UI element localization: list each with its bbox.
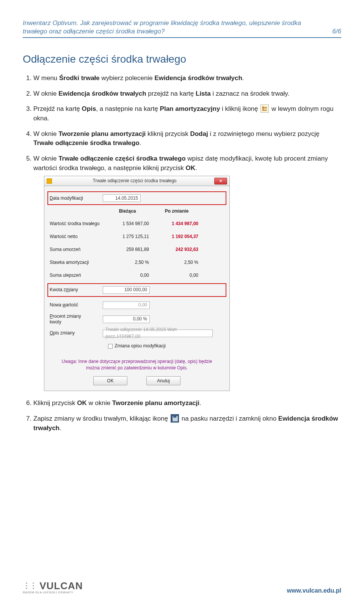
columns-header: Bieżąca Po zmianie <box>50 208 224 214</box>
dialog-body: Data modyfikacji 14.05.2015 Bieżąca Po z… <box>44 186 230 391</box>
step-5: W oknie Trwałe odłączenie części środka … <box>33 154 341 391</box>
date-input[interactable]: 14.05.2015 <box>103 194 141 202</box>
dialog-note: Uwaga: Inne dane dotyczące przeprowadzon… <box>57 358 217 371</box>
row-label: Wartość środka trwałego <box>50 221 103 227</box>
value-after: 1 192 054,37 <box>152 233 201 240</box>
checkbox-label: Zmiana opisu modyfikacji <box>115 343 166 349</box>
step-4: W oknie Tworzenie planu amortyzacji klik… <box>33 129 341 148</box>
table-row: Suma umorzeń259 861,89242 932,63 <box>50 244 224 255</box>
page-footer: ⋮⋮ VULCAN RAZEM DLA LEPSZEJ OŚWIATY www.… <box>23 580 341 594</box>
dialog-buttons: OK Anuluj <box>50 376 224 385</box>
date-row-highlight: Data modyfikacji 14.05.2015 <box>47 191 226 205</box>
value-current: 0,00 <box>103 272 152 279</box>
logo-subtitle: RAZEM DLA LEPSZEJ OŚWIATY <box>23 591 83 594</box>
value-current: 259 861,89 <box>103 246 152 253</box>
dialog-screenshot: Trwałe odłączenie części środka trwałego… <box>44 176 230 391</box>
kwota-row-highlight: Kwota zmiany 100 000,00 <box>47 283 226 297</box>
procent-label: Procent zmianykwoty <box>50 314 103 325</box>
row-label: Suma umorzeń <box>50 246 103 253</box>
row-label: Stawka amortyzacji <box>50 259 103 266</box>
chart-icon <box>260 104 269 113</box>
cancel-button[interactable]: Anuluj <box>146 376 180 385</box>
table-row: Stawka amortyzacji2,50 %2,50 % <box>50 257 224 268</box>
step-3: Przejdź na kartę Opis, a następnie na ka… <box>33 104 341 123</box>
logo-text: VULCAN <box>39 580 83 591</box>
nowa-row: Nowa wartość 0,00 <box>50 300 224 311</box>
dialog-title: Trwałe odłączenie części środka trwałego <box>55 178 214 184</box>
step-7: Zapisz zmiany w środku trwałym, klikając… <box>33 414 341 433</box>
value-after: 242 932,63 <box>152 246 201 253</box>
save-icon <box>171 414 179 423</box>
value-rows: Wartość środka trwałego1 534 987,001 434… <box>50 219 224 281</box>
value-after: 0,00 <box>152 272 201 279</box>
page-header: Inwentarz Optivum. Jak zarejestrować w p… <box>23 19 341 38</box>
row-label: Wartość netto <box>50 233 103 240</box>
checkbox[interactable] <box>108 344 113 349</box>
logo: ⋮⋮ VULCAN RAZEM DLA LEPSZEJ OŚWIATY <box>23 580 83 594</box>
value-after: 2,50 % <box>152 259 201 266</box>
kwota-label: Kwota zmiany <box>50 287 103 293</box>
section-title: Odłączenie części środka trwałego <box>23 53 341 65</box>
close-icon[interactable]: ✕ <box>214 178 227 185</box>
value-current: 1 275 125,11 <box>103 233 152 240</box>
opis-row: Opis zmiany Trwałe odłączenie 14.05.2015… <box>50 328 224 339</box>
procent-input[interactable]: 0,00 % <box>103 315 150 323</box>
checkbox-row: Zmiana opisu modyfikacji <box>50 341 224 352</box>
opis-label: Opis zmiany <box>50 330 103 336</box>
value-current: 2,50 % <box>103 259 152 266</box>
step-6: Kliknij przycisk OK w oknie Tworzenie pl… <box>33 399 341 408</box>
step-2: W oknie Ewidencja środków trwałych przej… <box>33 89 341 99</box>
site-url: www.vulcan.edu.pl <box>287 587 341 594</box>
app-icon <box>47 178 52 184</box>
opis-input[interactable]: Trwałe odłączenie 14.05.2015 Wart pocz.1… <box>103 330 213 337</box>
steps-list: W menu Środki trwałe wybierz polecenie E… <box>23 74 341 433</box>
nowa-input[interactable]: 0,00 <box>103 301 150 309</box>
page-number: 6/6 <box>325 27 341 36</box>
table-row: Suma ulepszeń0,000,00 <box>50 270 224 281</box>
dialog-titlebar: Trwałe odłączenie części środka trwałego… <box>44 176 230 186</box>
procent-row: Procent zmianykwoty 0,00 % <box>50 313 224 326</box>
value-after: 1 434 987,00 <box>152 221 201 227</box>
ok-button[interactable]: OK <box>93 376 127 385</box>
value-current: 1 534 987,00 <box>103 221 152 227</box>
kwota-input[interactable]: 100 000,00 <box>103 286 150 294</box>
date-label: Data modyfikacji <box>50 195 103 202</box>
table-row: Wartość środka trwałego1 534 987,001 434… <box>50 219 224 229</box>
col-current: Bieżąca <box>103 208 152 214</box>
table-row: Wartość netto1 275 125,111 192 054,37 <box>50 232 224 242</box>
header-title: Inwentarz Optivum. Jak zarejestrować w p… <box>23 19 325 36</box>
col-after: Po zmianie <box>152 208 201 214</box>
nowa-label: Nowa wartość <box>50 302 103 308</box>
step-1: W menu Środki trwałe wybierz polecenie E… <box>33 74 341 83</box>
row-label: Suma ulepszeń <box>50 272 103 279</box>
